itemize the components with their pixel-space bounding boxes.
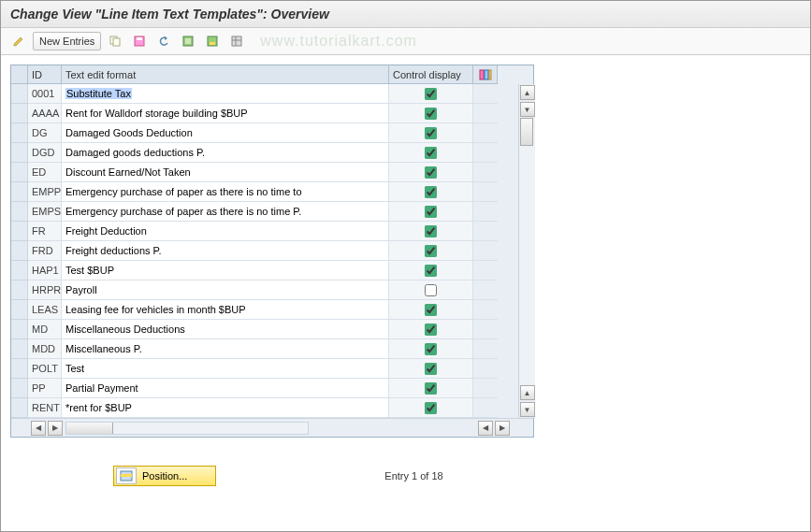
cell-id[interactable]: 0001 — [28, 84, 62, 104]
hscroll-track[interactable] — [65, 422, 309, 435]
control-display-checkbox[interactable] — [425, 206, 437, 218]
cell-control-display — [389, 261, 473, 280]
table-config-icon[interactable] — [473, 65, 498, 84]
cell-id[interactable]: MDD — [28, 339, 62, 359]
control-display-checkbox[interactable] — [425, 265, 437, 277]
deselect-all-icon[interactable] — [202, 32, 223, 50]
row-selector[interactable] — [11, 359, 28, 379]
cell-id[interactable]: PP — [28, 379, 62, 398]
cell-id[interactable]: AAAA — [28, 104, 62, 123]
cell-text[interactable]: Test — [62, 359, 389, 379]
row-selector-header[interactable] — [11, 65, 28, 84]
change-icon[interactable] — [8, 32, 29, 50]
control-display-checkbox[interactable] — [425, 186, 437, 198]
cell-id[interactable]: DGD — [28, 143, 62, 163]
hscroll-right-step-icon[interactable]: ▶ — [48, 421, 63, 436]
cell-text[interactable]: Rent for Walldorf storage building $BUP — [62, 104, 389, 123]
cell-id[interactable]: LEAS — [28, 300, 62, 320]
cell-text[interactable]: Payroll — [62, 280, 389, 300]
cell-control-display — [389, 182, 473, 202]
cell-text[interactable]: Emergency purchase of paper as there is … — [62, 202, 389, 222]
position-button[interactable]: Position... — [113, 466, 216, 486]
hscroll-right-end-icon[interactable]: ▶ — [495, 421, 510, 436]
select-all-icon[interactable] — [178, 32, 198, 50]
cell-text[interactable]: Miscellaneous Deductions — [62, 320, 389, 339]
control-display-checkbox[interactable] — [425, 363, 437, 375]
hscroll-left-end-icon[interactable]: ◀ — [478, 421, 493, 436]
control-display-checkbox[interactable] — [425, 108, 437, 120]
row-gutter — [473, 359, 498, 379]
save-icon[interactable] — [129, 32, 150, 50]
row-selector[interactable] — [11, 398, 28, 418]
grid-config-icon[interactable] — [226, 32, 247, 50]
control-display-checkbox[interactable] — [425, 147, 437, 159]
row-gutter — [473, 163, 498, 182]
row-selector[interactable] — [11, 379, 28, 398]
row-selector[interactable] — [11, 222, 28, 241]
vertical-scrollbar[interactable]: ▲ ▼ ▲ ▼ — [518, 84, 535, 418]
control-display-checkbox[interactable] — [425, 225, 437, 237]
cell-text[interactable]: Test $BUP — [62, 261, 389, 280]
vscroll-track[interactable] — [520, 118, 535, 384]
cell-id[interactable]: ED — [28, 163, 62, 182]
row-selector[interactable] — [11, 163, 28, 182]
cell-id[interactable]: FRD — [28, 241, 62, 261]
cell-control-display — [389, 379, 473, 398]
cell-text[interactable]: Freight Deduction — [62, 222, 389, 241]
row-selector[interactable] — [11, 261, 28, 280]
cell-text[interactable]: Partial Payment — [62, 379, 389, 398]
copy-icon[interactable] — [105, 32, 125, 50]
control-display-checkbox[interactable] — [425, 245, 437, 257]
control-display-checkbox[interactable] — [425, 88, 437, 100]
cell-id[interactable]: FR — [28, 222, 62, 241]
control-display-checkbox[interactable] — [425, 127, 437, 139]
row-selector[interactable] — [11, 104, 28, 123]
row-selector[interactable] — [11, 182, 28, 202]
hscroll-thumb[interactable] — [66, 423, 113, 434]
cell-text[interactable]: *rent for $BUP — [62, 398, 389, 418]
control-display-checkbox[interactable] — [425, 166, 437, 179]
cell-text[interactable]: Damaged Goods Deduction — [62, 123, 389, 143]
cell-id[interactable]: EMPP — [28, 182, 62, 202]
scroll-down-step-icon[interactable]: ▼ — [520, 102, 535, 117]
cell-id[interactable]: HRPR — [28, 280, 62, 300]
cell-id[interactable]: RENT — [28, 398, 62, 418]
row-selector[interactable] — [11, 339, 28, 359]
cell-id[interactable]: POLT — [28, 359, 62, 379]
row-selector[interactable] — [11, 241, 28, 261]
cell-id[interactable]: DG — [28, 123, 62, 143]
new-entries-button[interactable]: New Entries — [33, 32, 101, 50]
cell-text[interactable]: Miscellaneous P. — [62, 339, 389, 359]
vscroll-thumb[interactable] — [520, 118, 533, 146]
cell-id[interactable]: MD — [28, 320, 62, 339]
cell-text[interactable]: Emergency purchase of paper as there is … — [62, 182, 389, 202]
row-selector[interactable] — [11, 320, 28, 339]
hscroll-left-icon[interactable]: ◀ — [31, 421, 46, 436]
row-selector[interactable] — [11, 202, 28, 222]
control-display-checkbox[interactable] — [425, 284, 437, 296]
row-selector[interactable] — [11, 143, 28, 163]
col-header-ctrl[interactable]: Control display — [389, 65, 473, 84]
cell-text[interactable]: Discount Earned/Not Taken — [62, 163, 389, 182]
undo-icon[interactable] — [153, 32, 174, 50]
cell-text[interactable]: Substitute Tax — [62, 84, 389, 104]
control-display-checkbox[interactable] — [425, 382, 437, 395]
col-header-id[interactable]: ID — [28, 65, 62, 84]
row-selector[interactable] — [11, 280, 28, 300]
cell-id[interactable]: HAP1 — [28, 261, 62, 280]
scroll-down-icon[interactable]: ▼ — [520, 402, 535, 417]
cell-text[interactable]: Freight deductions P. — [62, 241, 389, 261]
scroll-up-step-icon[interactable]: ▲ — [520, 385, 535, 400]
row-selector[interactable] — [11, 84, 28, 104]
row-selector[interactable] — [11, 123, 28, 143]
control-display-checkbox[interactable] — [425, 343, 437, 355]
cell-text[interactable]: Leasing fee for vehicles in month $BUP — [62, 300, 389, 320]
col-header-text[interactable]: Text edit format — [62, 65, 389, 84]
cell-id[interactable]: EMPS — [28, 202, 62, 222]
scroll-up-icon[interactable]: ▲ — [520, 85, 535, 100]
control-display-checkbox[interactable] — [425, 324, 437, 336]
control-display-checkbox[interactable] — [425, 304, 437, 316]
cell-text[interactable]: Damaged goods deductions P. — [62, 143, 389, 163]
row-selector[interactable] — [11, 300, 28, 320]
control-display-checkbox[interactable] — [425, 402, 437, 414]
